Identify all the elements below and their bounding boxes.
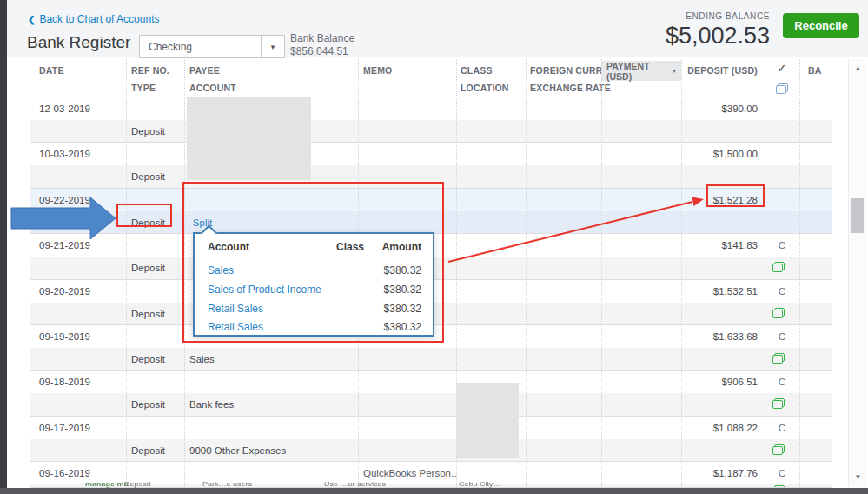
- column-divider: [832, 59, 832, 487]
- cell-type: Deposit: [131, 165, 165, 188]
- col-header-type: TYPE: [131, 79, 156, 97]
- popup-split-row: Retail Sales $380.32: [195, 299, 433, 318]
- cell-date: 12-03-2019: [39, 97, 90, 120]
- cell-deposit: $1,500.00: [681, 143, 758, 165]
- copy-icon[interactable]: [772, 308, 785, 318]
- copy-icon[interactable]: [776, 83, 788, 94]
- popup-header-account: Account: [208, 241, 249, 253]
- popup-split-row: Retail Sales $380.32: [195, 317, 433, 337]
- popup-header-row: Account Class Amount: [195, 241, 433, 257]
- page-title: Bank Register: [27, 33, 130, 52]
- table-row[interactable]: 09-18-2019 $906.51 C Deposit Bank fees: [30, 370, 832, 417]
- col-header-deposit: DEPOSIT (USD): [681, 62, 758, 79]
- column-divider: [126, 59, 127, 487]
- column-divider: [765, 59, 765, 487]
- split-amount: $380.32: [384, 299, 421, 318]
- copy-icon[interactable]: [772, 262, 785, 272]
- cell-type: Deposit: [131, 257, 165, 279]
- split-amount: $380.32: [384, 317, 421, 337]
- top-bar: ❮Back to Chart of Accounts Bank Register…: [7, 0, 868, 57]
- window-edge-left: [0, 0, 7, 494]
- horizontal-scrollbar[interactable]: [0, 488, 868, 494]
- split-account-link[interactable]: Sales: [208, 261, 234, 280]
- cell-account: Bank fees: [189, 393, 234, 416]
- split-account-link[interactable]: Retail Sales: [208, 317, 263, 337]
- ending-balance: ENDING BALANCE $5,002.53: [666, 11, 770, 50]
- popup-split-row: Sales $380.32: [195, 261, 433, 280]
- back-link-label: Back to Chart of Accounts: [39, 13, 159, 25]
- table-row[interactable]: 10-03-2019 $1,500.00 Deposit: [30, 143, 832, 189]
- back-to-chart-of-accounts-link[interactable]: ❮Back to Chart of Accounts: [28, 13, 159, 25]
- table-header: DATE REF NO. TYPE PAYEE ACCOUNT MEMO CLA…: [30, 59, 832, 97]
- cell-deposit: $1,633.68: [681, 325, 758, 348]
- column-divider: [526, 59, 527, 487]
- ending-balance-value: $5,002.53: [666, 23, 770, 50]
- cell-date: 09-20-2019: [39, 280, 90, 303]
- cell-date: 09-21-2019: [39, 234, 90, 257]
- chevron-down-icon[interactable]: ▾: [261, 36, 284, 57]
- table-row[interactable]: 12-03-2019 $390.00 Deposit: [30, 97, 832, 143]
- table-row[interactable]: 09-17-2019 $1,088.22 C Deposit 9000 Othe…: [30, 417, 832, 462]
- col-header-payee: PAYEE: [189, 62, 220, 79]
- table-row-selected[interactable]: 09-22-2019 $1,521.28 Deposit -Split-: [30, 189, 832, 234]
- vertical-scrollbar[interactable]: ▲ ▼: [848, 59, 866, 487]
- copy-icon[interactable]: [772, 353, 785, 364]
- col-header-ref-no: REF NO.: [131, 62, 169, 79]
- scrollbar-thumb[interactable]: [851, 198, 864, 233]
- cell-date: 09-19-2019: [39, 325, 90, 348]
- cell-deposit: $390.00: [681, 97, 758, 120]
- copy-icon[interactable]: [772, 398, 785, 409]
- cell-account: Sales: [189, 348, 215, 370]
- cell-deposit: $1,521.28: [681, 189, 758, 211]
- bank-balance-label: Bank Balance: [290, 32, 354, 45]
- cell-date: 09-18-2019: [39, 370, 90, 393]
- ending-balance-label: ENDING BALANCE: [666, 11, 770, 21]
- scroll-up-arrow-icon[interactable]: ▲: [849, 61, 867, 77]
- cell-account: 9000 Other Expenses: [189, 439, 286, 462]
- split-amount: $380.32: [384, 261, 421, 280]
- redaction-box: [456, 383, 519, 458]
- cell-cleared: C: [765, 325, 799, 348]
- split-amount: $380.32: [384, 280, 421, 299]
- col-header-payment[interactable]: PAYMENT (USD) ▾: [601, 61, 681, 81]
- col-header-account: ACCOUNT: [189, 79, 236, 97]
- cell-deposit: $1,088.22: [681, 417, 758, 439]
- col-header-date: DATE: [39, 62, 64, 79]
- col-header-memo: MEMO: [363, 62, 392, 79]
- copy-icon[interactable]: [772, 444, 785, 455]
- column-divider: [184, 59, 185, 487]
- clipped-text: Deposit: [124, 480, 151, 488]
- bank-register-screen: ❮Back to Chart of Accounts Bank Register…: [0, 0, 868, 494]
- split-account-link[interactable]: Retail Sales: [208, 299, 263, 318]
- col-header-exchange-rate: EXCHANGE RATE: [530, 79, 611, 97]
- account-dropdown[interactable]: Checking ▾: [139, 35, 285, 58]
- cell-deposit: $1,532.51: [681, 280, 758, 303]
- col-header-banking: BA: [808, 62, 822, 79]
- clipped-text: Cebu City…: [459, 480, 501, 488]
- chevron-down-icon: ▾: [673, 67, 676, 75]
- reconcile-button[interactable]: Reconcile: [783, 13, 859, 38]
- cell-type: Deposit: [131, 211, 165, 234]
- split-account-link[interactable]: Sales of Product Income: [208, 280, 321, 299]
- cell-cleared: C: [765, 280, 799, 303]
- cell-cleared: C: [765, 417, 799, 439]
- cell-type: Deposit: [131, 348, 165, 370]
- account-dropdown-value: Checking: [140, 41, 261, 53]
- scroll-down-arrow-icon[interactable]: ▼: [849, 470, 867, 485]
- col-header-cleared-checkmark-icon: ✓: [765, 62, 799, 75]
- split-detail-popup: Account Class Amount Sales $380.32 Sales…: [193, 232, 434, 337]
- cell-date: 10-03-2019: [39, 143, 90, 165]
- cell-date: 09-22-2019: [39, 189, 90, 211]
- column-divider: [681, 59, 682, 487]
- popup-split-row: Sales of Product Income $380.32: [195, 280, 433, 299]
- clipped-text: manage mu: [85, 480, 129, 488]
- column-divider: [601, 59, 602, 487]
- cell-type: Deposit: [131, 439, 165, 462]
- cell-type: Deposit: [131, 303, 165, 325]
- bank-balance: Bank Balance $856,044.51: [290, 32, 354, 58]
- cell-type: Deposit: [131, 393, 165, 416]
- cell-deposit: $141.83: [681, 234, 758, 257]
- cell-deposit: $906.51: [681, 370, 758, 393]
- payment-header-label: PAYMENT (USD): [606, 61, 668, 82]
- cell-date: 09-17-2019: [39, 417, 90, 439]
